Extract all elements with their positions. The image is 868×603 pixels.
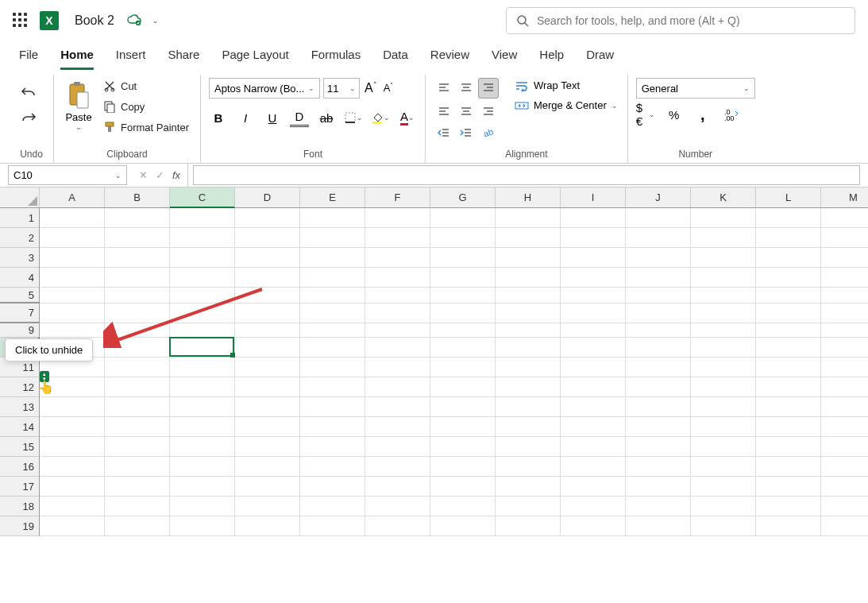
increase-decimal-button[interactable]: .0.00 [722, 105, 741, 124]
cell-H17[interactable] [496, 477, 561, 497]
row-header-16[interactable]: 16 [0, 457, 40, 477]
cell-K17[interactable] [691, 477, 756, 497]
cell-E16[interactable] [300, 457, 365, 477]
cell-C2[interactable] [170, 228, 235, 248]
cell-K4[interactable] [691, 268, 756, 288]
cell-F7[interactable] [365, 303, 430, 323]
strikethrough-button[interactable]: ab [317, 108, 336, 127]
cell-H3[interactable] [496, 248, 561, 268]
cell-E9[interactable] [300, 323, 365, 338]
font-color-button[interactable]: A⌄ [398, 108, 417, 127]
cell-D12[interactable] [235, 377, 300, 397]
cell-E18[interactable] [300, 497, 365, 516]
cell-A18[interactable] [40, 497, 105, 516]
cell-J4[interactable] [626, 268, 691, 288]
cell-D4[interactable] [235, 268, 300, 288]
cell-K3[interactable] [691, 248, 756, 268]
cell-B19[interactable] [105, 516, 170, 536]
cell-E10[interactable] [300, 338, 365, 358]
cell-K1[interactable] [691, 208, 756, 228]
cell-F11[interactable] [365, 358, 430, 377]
cell-C3[interactable] [170, 248, 235, 268]
cell-L17[interactable] [756, 477, 821, 497]
merge-center-button[interactable]: Merge & Center ⌄ [513, 98, 619, 113]
cell-E11[interactable] [300, 358, 365, 377]
cell-L12[interactable] [756, 377, 821, 397]
cell-G7[interactable] [430, 303, 496, 323]
underline-button[interactable]: U [263, 108, 282, 127]
cell-D18[interactable] [235, 497, 300, 516]
increase-indent[interactable] [456, 122, 476, 143]
fill-color-button[interactable]: ⌄ [371, 108, 390, 127]
cell-E4[interactable] [300, 268, 365, 288]
cell-M2[interactable] [821, 228, 868, 248]
cut-button[interactable]: Cut [100, 78, 192, 94]
cell-J13[interactable] [626, 397, 691, 417]
cell-A7[interactable] [40, 303, 105, 323]
cell-H10[interactable] [496, 338, 561, 358]
column-header-C[interactable]: C [170, 187, 235, 208]
cell-I13[interactable] [561, 397, 626, 417]
undo-button[interactable] [17, 83, 40, 102]
tab-home[interactable]: Home [60, 48, 94, 70]
cell-M11[interactable] [821, 358, 868, 377]
row-header-2[interactable]: 2 [0, 228, 40, 248]
cell-B11[interactable] [105, 358, 170, 377]
column-header-B[interactable]: B [105, 187, 170, 208]
cell-J18[interactable] [626, 497, 691, 516]
cell-K13[interactable] [691, 397, 756, 417]
cell-C17[interactable] [170, 477, 235, 497]
cell-A17[interactable] [40, 477, 105, 497]
cell-G14[interactable] [430, 417, 496, 437]
cell-B9[interactable] [105, 323, 170, 338]
cell-A12[interactable] [40, 377, 105, 397]
column-header-L[interactable]: L [756, 187, 821, 208]
cell-D7[interactable] [235, 303, 300, 323]
cell-G12[interactable] [430, 377, 496, 397]
cell-M15[interactable] [821, 437, 868, 457]
tab-file[interactable]: File [19, 48, 38, 70]
cell-A3[interactable] [40, 248, 105, 268]
cell-E15[interactable] [300, 437, 365, 457]
cell-G11[interactable] [430, 358, 496, 377]
cell-F12[interactable] [365, 377, 430, 397]
cell-C16[interactable] [170, 457, 235, 477]
select-all-corner[interactable] [0, 187, 40, 208]
app-launcher[interactable] [13, 13, 29, 29]
tab-draw[interactable]: Draw [586, 48, 614, 70]
row-header-4[interactable]: 4 [0, 268, 40, 288]
cell-F2[interactable] [365, 228, 430, 248]
cell-G5[interactable] [430, 288, 496, 303]
cell-H18[interactable] [496, 497, 561, 516]
cell-G18[interactable] [430, 497, 496, 516]
cell-L16[interactable] [756, 457, 821, 477]
cell-D10[interactable] [235, 338, 300, 358]
copy-button[interactable]: Copy [100, 99, 192, 114]
tab-insert[interactable]: Insert [116, 48, 146, 70]
cell-K15[interactable] [691, 437, 756, 457]
cell-A2[interactable] [40, 228, 105, 248]
font-size-select[interactable]: 11⌄ [323, 78, 360, 99]
wrap-text-button[interactable]: Wrap Text [513, 78, 619, 93]
cell-H12[interactable] [496, 377, 561, 397]
cell-I7[interactable] [561, 303, 626, 323]
cell-K12[interactable] [691, 377, 756, 397]
cell-J14[interactable] [626, 417, 691, 437]
cell-J16[interactable] [626, 457, 691, 477]
cell-G4[interactable] [430, 268, 496, 288]
column-header-E[interactable]: E [300, 187, 365, 208]
paste-button[interactable]: Paste ⌄ [62, 78, 95, 133]
cell-H11[interactable] [496, 358, 561, 377]
cell-J3[interactable] [626, 248, 691, 268]
cell-B2[interactable] [105, 228, 170, 248]
cell-G17[interactable] [430, 477, 496, 497]
tab-help[interactable]: Help [539, 48, 564, 70]
cell-B3[interactable] [105, 248, 170, 268]
cell-K16[interactable] [691, 457, 756, 477]
cell-L2[interactable] [756, 228, 821, 248]
row-header-7[interactable]: 7 [0, 303, 40, 323]
align-middle-left[interactable] [434, 100, 454, 121]
row-header-17[interactable]: 17 [0, 477, 40, 497]
cell-B15[interactable] [105, 437, 170, 457]
cell-M14[interactable] [821, 417, 868, 437]
